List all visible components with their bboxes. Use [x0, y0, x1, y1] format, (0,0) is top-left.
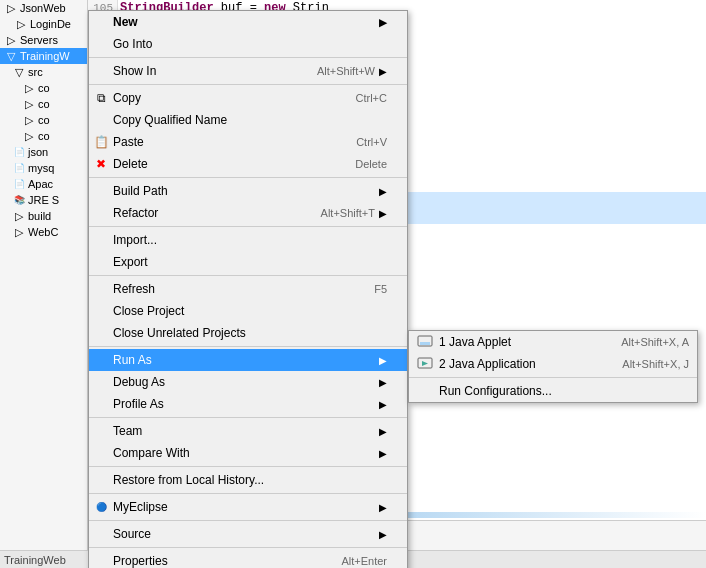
run-config-icon [417, 384, 435, 398]
menu-item-label: Restore from Local History... [113, 473, 264, 487]
menu-item-build-path[interactable]: Build Path ▶ [89, 180, 407, 202]
submenu-arrow-icon: ▶ [379, 186, 387, 197]
menu-item-label: Refresh [113, 282, 155, 296]
menu-item-label: Close Unrelated Projects [113, 326, 246, 340]
menu-item-refresh[interactable]: Refresh F5 [89, 278, 407, 300]
file-icon: 📄 [12, 161, 26, 175]
tree-item-label: src [28, 66, 43, 78]
expand-icon: ▷ [22, 129, 36, 143]
menu-item-refactor[interactable]: Refactor Alt+Shift+T ▶ [89, 202, 407, 224]
submenu-arrow-icon: ▶ [379, 17, 387, 28]
tree-item-src[interactable]: ▽ src [0, 64, 87, 80]
expand-icon: ▷ [4, 1, 18, 15]
java-app-icon [417, 356, 435, 372]
menu-item-show-in[interactable]: Show In Alt+Shift+W ▶ [89, 60, 407, 82]
run-as-submenu[interactable]: 1 Java Applet Alt+Shift+X, A 2 Java Appl… [408, 330, 698, 403]
tree-item-co4[interactable]: ▷ co [0, 128, 87, 144]
submenu-arrow-icon: ▶ [379, 208, 387, 219]
menu-item-profile-as[interactable]: Profile As ▶ [89, 393, 407, 415]
context-menu[interactable]: New ▶ Go Into Show In Alt+Shift+W ▶ ⧉ Co… [88, 10, 408, 568]
menu-item-label: Copy Qualified Name [113, 113, 227, 127]
tree-item-trainingweb[interactable]: ▽ TrainingW [0, 48, 87, 64]
tree-item-jsonweb[interactable]: ▷ JsonWeb [0, 0, 87, 16]
expand-icon: ▷ [12, 225, 26, 239]
menu-item-source[interactable]: Source ▶ [89, 523, 407, 545]
menu-item-run-as[interactable]: Run As ▶ [89, 349, 407, 371]
submenu-item-java-application[interactable]: 2 Java Application Alt+Shift+X, J [409, 353, 697, 375]
menu-item-label: Compare With [113, 446, 190, 460]
menu-item-label: Go Into [113, 37, 152, 51]
menu-item-myeclipse[interactable]: 🔵 MyEclipse ▶ [89, 496, 407, 518]
tree-item-co1[interactable]: ▷ co [0, 80, 87, 96]
file-icon: 📄 [12, 145, 26, 159]
tree-item-servers[interactable]: ▷ Servers [0, 32, 87, 48]
menu-item-team[interactable]: Team ▶ [89, 420, 407, 442]
tree-item-webc[interactable]: ▷ WebC [0, 224, 87, 240]
submenu-arrow-icon: ▶ [379, 399, 387, 410]
menu-item-label: Properties [113, 554, 168, 568]
tree-item-label: build [28, 210, 51, 222]
tree-item-label: co [38, 130, 50, 142]
menu-item-delete[interactable]: ✖ Delete Delete [89, 153, 407, 175]
menu-item-restore-history[interactable]: Restore from Local History... [89, 469, 407, 491]
menu-separator [89, 226, 407, 227]
expand-icon: ▷ [14, 17, 28, 31]
expand-icon: ▷ [22, 81, 36, 95]
paste-icon: 📋 [93, 134, 109, 150]
menu-item-new[interactable]: New ▶ [89, 11, 407, 33]
shortcut-label: Alt+Shift+X, J [622, 358, 689, 370]
tree-item-label: mysq [28, 162, 54, 174]
submenu-arrow-icon: ▶ [379, 502, 387, 513]
shortcut-label: F5 [374, 283, 387, 295]
menu-item-properties[interactable]: Properties Alt+Enter [89, 550, 407, 568]
tree-item-loginde[interactable]: ▷ LoginDe [0, 16, 87, 32]
submenu-item-label: 1 Java Applet [439, 335, 511, 349]
submenu-item-run-configurations[interactable]: Run Configurations... [409, 380, 697, 402]
submenu-separator [409, 377, 697, 378]
menu-item-label: Delete [113, 157, 148, 171]
tree-item-label: JRE S [28, 194, 59, 206]
menu-separator [89, 346, 407, 347]
tree-item-build[interactable]: ▷ build [0, 208, 87, 224]
menu-item-import[interactable]: Import... [89, 229, 407, 251]
tree-item-label: co [38, 82, 50, 94]
menu-item-compare-with[interactable]: Compare With ▶ [89, 442, 407, 464]
project-tree: ▷ JsonWeb ▷ LoginDe ▷ Servers ▽ Training… [0, 0, 88, 568]
expand-icon: ▷ [4, 33, 18, 47]
shortcut-label: Alt+Enter [341, 555, 387, 567]
menu-item-label: Show In [113, 64, 156, 78]
menu-item-go-into[interactable]: Go Into [89, 33, 407, 55]
submenu-arrow-icon: ▶ [379, 355, 387, 366]
menu-item-copy[interactable]: ⧉ Copy Ctrl+C [89, 87, 407, 109]
shortcut-label: Alt+Shift+W [317, 65, 375, 77]
tree-item-mysql[interactable]: 📄 mysq [0, 160, 87, 176]
tree-item-apac[interactable]: 📄 Apac [0, 176, 87, 192]
menu-item-export[interactable]: Export [89, 251, 407, 273]
shortcut-label: Delete [355, 158, 387, 170]
tree-item-co3[interactable]: ▷ co [0, 112, 87, 128]
shortcut-label: Ctrl+C [356, 92, 387, 104]
menu-item-label: Team [113, 424, 142, 438]
applet-icon [417, 334, 435, 350]
tree-item-label: TrainingW [20, 50, 70, 62]
tree-item-jre[interactable]: 📚 JRE S [0, 192, 87, 208]
shortcut-label: Alt+Shift+X, A [621, 336, 689, 348]
svg-rect-1 [420, 342, 430, 345]
submenu-item-java-applet[interactable]: 1 Java Applet Alt+Shift+X, A [409, 331, 697, 353]
expand-icon: ▽ [4, 49, 18, 63]
expand-icon: ▷ [22, 113, 36, 127]
menu-item-paste[interactable]: 📋 Paste Ctrl+V [89, 131, 407, 153]
menu-item-close-unrelated[interactable]: Close Unrelated Projects [89, 322, 407, 344]
menu-item-label: Refactor [113, 206, 158, 220]
menu-item-label: Copy [113, 91, 141, 105]
tree-item-json[interactable]: 📄 json [0, 144, 87, 160]
submenu-arrow-icon: ▶ [379, 448, 387, 459]
menu-separator [89, 547, 407, 548]
tree-item-co2[interactable]: ▷ co [0, 96, 87, 112]
menu-item-close-project[interactable]: Close Project [89, 300, 407, 322]
svg-marker-3 [422, 361, 428, 366]
menu-item-label: Close Project [113, 304, 184, 318]
menu-item-label: Export [113, 255, 148, 269]
menu-item-debug-as[interactable]: Debug As ▶ [89, 371, 407, 393]
menu-item-copy-qualified[interactable]: Copy Qualified Name [89, 109, 407, 131]
